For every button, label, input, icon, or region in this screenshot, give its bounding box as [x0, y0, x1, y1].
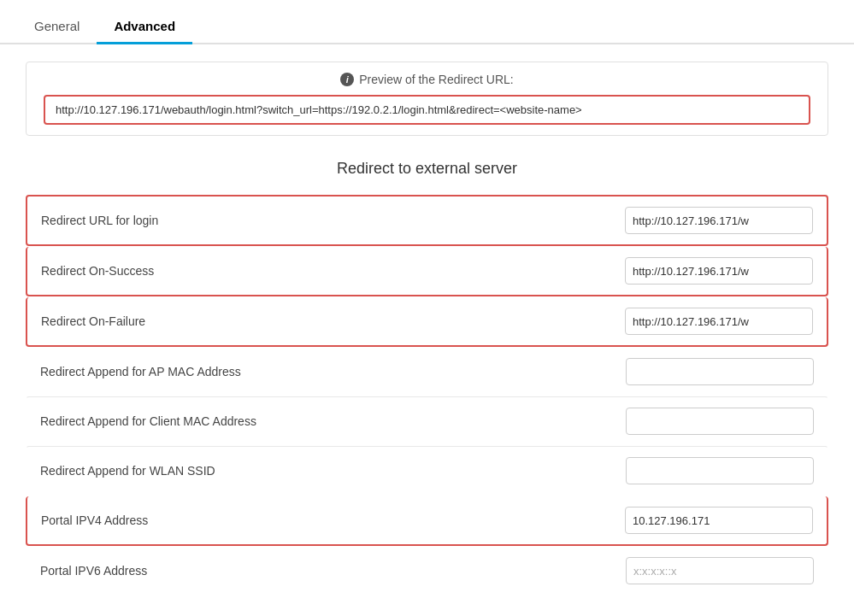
input-redirect-url-login[interactable] [625, 207, 813, 234]
label-redirect-append-ap-mac: Redirect Append for AP MAC Address [40, 365, 241, 378]
input-redirect-append-client-mac[interactable] [626, 408, 814, 435]
info-icon: i [340, 73, 354, 86]
form-row-redirect-on-success: Redirect On-Success [26, 247, 828, 296]
tab-general[interactable]: General [17, 10, 97, 44]
form-container: Redirect URL for login Redirect On-Succe… [26, 195, 828, 595]
preview-label-text: Preview of the Redirect URL: [359, 73, 514, 86]
tab-bar: General Advanced [0, 0, 854, 44]
input-portal-ipv4-address[interactable] [625, 507, 813, 534]
section-title: Redirect to external server [26, 160, 828, 178]
label-redirect-url-login: Redirect URL for login [41, 214, 158, 227]
label-redirect-on-failure: Redirect On-Failure [41, 314, 145, 328]
label-redirect-append-wlan-ssid: Redirect Append for WLAN SSID [40, 464, 215, 478]
input-redirect-on-failure[interactable] [625, 308, 813, 335]
input-redirect-append-wlan-ssid[interactable] [626, 457, 814, 484]
form-row-redirect-append-client-mac: Redirect Append for Client MAC Address [26, 396, 828, 446]
form-row-portal-ipv6-address: Portal IPV6 Address [26, 547, 828, 595]
label-portal-ipv4-address: Portal IPV4 Address [41, 513, 148, 527]
input-redirect-on-success[interactable] [625, 257, 813, 285]
form-row-redirect-url-login: Redirect URL for login [26, 195, 828, 246]
preview-section: i Preview of the Redirect URL: http://10… [26, 62, 828, 136]
label-redirect-append-client-mac: Redirect Append for Client MAC Address [40, 414, 256, 428]
tab-advanced[interactable]: Advanced [97, 10, 192, 44]
form-row-redirect-append-ap-mac: Redirect Append for AP MAC Address [26, 348, 828, 396]
label-redirect-on-success: Redirect On-Success [41, 264, 154, 278]
preview-url-box: http://10.127.196.171/webauth/login.html… [44, 95, 810, 125]
input-portal-ipv6-address[interactable] [626, 557, 814, 584]
label-portal-ipv6-address: Portal IPV6 Address [40, 564, 147, 578]
form-row-portal-ipv4-address: Portal IPV4 Address [26, 496, 828, 546]
form-row-redirect-on-failure: Redirect On-Failure [26, 297, 828, 347]
input-redirect-append-ap-mac[interactable] [626, 358, 814, 385]
form-row-redirect-append-wlan-ssid: Redirect Append for WLAN SSID [26, 446, 828, 496]
main-content: i Preview of the Redirect URL: http://10… [0, 44, 854, 613]
preview-label: i Preview of the Redirect URL: [44, 73, 810, 86]
